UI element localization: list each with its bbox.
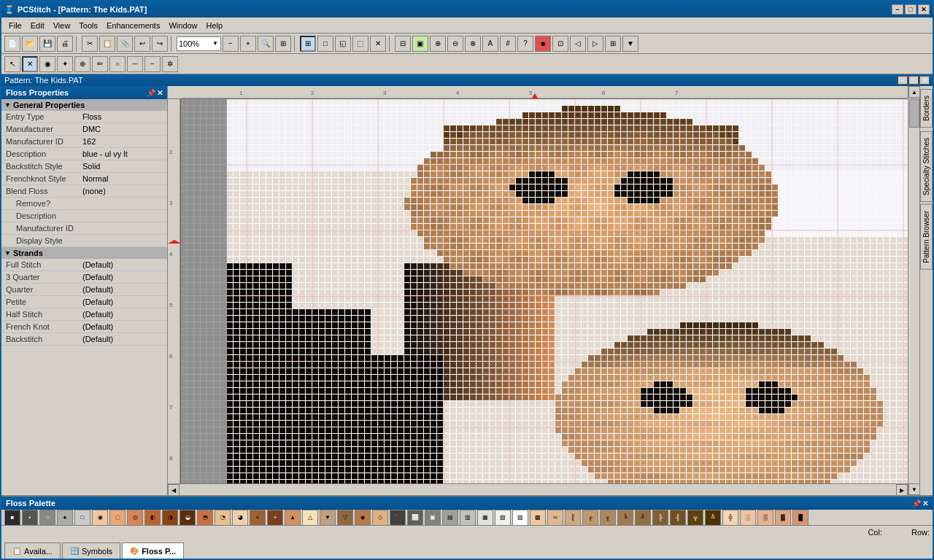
extra1[interactable]: ⊞ xyxy=(605,36,621,52)
palette-swatch-39[interactable]: ╦ xyxy=(687,510,703,525)
palette-swatch-5[interactable]: ◉ xyxy=(92,510,108,525)
maximize-button[interactable]: □ xyxy=(905,4,916,15)
palette-swatch-40[interactable]: ╩ xyxy=(705,510,721,525)
scroll-left-button[interactable]: ◀ xyxy=(168,484,180,495)
palette-swatch-14[interactable]: × xyxy=(250,510,266,525)
palette-swatch-36[interactable]: ╝ xyxy=(635,510,651,525)
palette-swatch-21[interactable]: ◇ xyxy=(372,510,388,525)
palette-swatch-34[interactable]: ╗ xyxy=(600,510,616,525)
menu-tools[interactable]: Tools xyxy=(74,20,102,31)
zoom-select-button[interactable]: 🔍 xyxy=(258,36,274,52)
floss-btn2[interactable]: ■ xyxy=(535,36,551,52)
palette-swatch-25[interactable]: ▤ xyxy=(442,510,458,525)
select-tool[interactable]: ↖ xyxy=(4,56,20,72)
palette-swatch-15[interactable]: + xyxy=(267,510,283,525)
tab-available[interactable]: 📋 Availa... xyxy=(4,542,61,559)
paste-button[interactable]: 📎 xyxy=(117,36,133,52)
palette-swatch-45[interactable]: █ xyxy=(792,510,808,525)
scroll-v-track[interactable] xyxy=(908,98,919,483)
view2-button[interactable]: ◱ xyxy=(335,36,351,52)
info-button[interactable]: ? xyxy=(517,36,533,52)
palette-swatch-18[interactable]: ▼ xyxy=(320,510,336,525)
general-properties-section[interactable]: ▼ General Properties xyxy=(1,99,167,111)
pencil-tool[interactable]: ✏ xyxy=(92,56,108,72)
close-button[interactable]: ✕ xyxy=(918,4,930,15)
view4-button[interactable]: ✕ xyxy=(370,36,386,52)
select2-tool[interactable]: ✕ xyxy=(22,56,38,72)
palette-swatch-28[interactable]: ▧ xyxy=(495,510,511,525)
inner-close[interactable]: ✕ xyxy=(919,76,930,85)
palette-swatch-23[interactable]: ⬜ xyxy=(407,510,423,525)
scroll-h-track[interactable] xyxy=(180,484,896,495)
export-button[interactable]: ⊖ xyxy=(447,36,463,52)
move-tool[interactable]: ⊕ xyxy=(74,56,90,72)
palette-swatch-1[interactable]: ▪ xyxy=(22,510,38,525)
palette-swatch-38[interactable]: ╣ xyxy=(670,510,686,525)
magic-tool[interactable]: ✦ xyxy=(57,56,73,72)
save-button[interactable]: 💾 xyxy=(39,36,55,52)
palette-swatch-27[interactable]: ▦ xyxy=(477,510,493,525)
redo-button[interactable]: ↪ xyxy=(152,36,168,52)
palette-swatch-29[interactable]: ▨ xyxy=(512,510,528,525)
open-button[interactable]: 📂 xyxy=(22,36,38,52)
palette-swatch-7[interactable]: ◎ xyxy=(127,510,143,525)
palette-swatch-26[interactable]: ▥ xyxy=(460,510,476,525)
minimize-button[interactable]: − xyxy=(892,4,903,15)
palette-swatch-20[interactable]: ◆ xyxy=(355,510,371,525)
zoom-input[interactable]: 100% xyxy=(179,39,212,48)
inner-maximize[interactable]: □ xyxy=(908,76,919,85)
circle-tool[interactable]: ○ xyxy=(109,56,126,72)
zoom-fit-button[interactable]: ⊞ xyxy=(275,36,291,52)
palette-pin-icon[interactable]: 📌 xyxy=(912,499,921,508)
stitch-button[interactable]: A xyxy=(482,36,498,52)
tab-symbols[interactable]: 🔣 Symbols xyxy=(62,542,120,559)
palette-swatch-6[interactable]: ◌ xyxy=(109,510,126,525)
palette-swatch-44[interactable]: ▓ xyxy=(775,510,791,525)
grid-button[interactable]: ⊞ xyxy=(300,36,316,52)
palette-swatch-42[interactable]: ░ xyxy=(740,510,756,525)
inner-minimize[interactable]: − xyxy=(898,76,908,85)
line-tool[interactable]: ─ xyxy=(127,56,143,72)
palette-swatch-24[interactable]: ▣ xyxy=(425,510,441,525)
cut-button[interactable]: ✂ xyxy=(82,36,98,52)
palette-swatch-4[interactable]: □ xyxy=(74,510,90,525)
palette-swatch-13[interactable]: ◕ xyxy=(232,510,248,525)
strands-section[interactable]: ▼ Strands xyxy=(1,247,167,259)
palette-swatch-30[interactable]: ▩ xyxy=(530,510,546,525)
specialty-stitches-tab[interactable]: Specialty Stitches xyxy=(920,131,933,202)
palette-close-icon[interactable]: ✕ xyxy=(922,499,928,508)
palette2-button[interactable]: ⊡ xyxy=(552,36,568,52)
palette-swatch-12[interactable]: ◔ xyxy=(215,510,231,525)
panel-close-icon[interactable]: ✕ xyxy=(157,89,163,97)
menu-enhancements[interactable]: Enhancements xyxy=(102,20,164,31)
zoom-down-icon[interactable]: ▼ xyxy=(212,40,219,47)
palette-swatch-33[interactable]: ╔ xyxy=(582,510,598,525)
palette-swatch-17[interactable]: △ xyxy=(302,510,318,525)
star-tool[interactable]: ✲ xyxy=(162,56,178,72)
view3-button[interactable]: ⬚ xyxy=(352,36,368,52)
zoom-in-button[interactable]: + xyxy=(240,36,256,52)
palette-swatch-37[interactable]: ╠ xyxy=(652,510,668,525)
menu-window[interactable]: Window xyxy=(164,20,201,31)
palette-swatch-8[interactable]: ◐ xyxy=(144,510,161,525)
import-button[interactable]: ⊕ xyxy=(430,36,446,52)
menu-help[interactable]: Help xyxy=(202,20,228,31)
palette-swatch-11[interactable]: ◓ xyxy=(197,510,213,525)
new-button[interactable]: 📄 xyxy=(4,36,20,52)
palette-swatch-2[interactable]: ○ xyxy=(39,510,55,525)
menu-edit[interactable]: Edit xyxy=(26,20,49,31)
color-button[interactable]: ▣ xyxy=(412,36,428,52)
palette-button[interactable]: ⊗ xyxy=(465,36,481,52)
palette-swatch-22[interactable]: ⬛ xyxy=(390,510,406,525)
menu-view[interactable]: View xyxy=(49,20,75,31)
palette-swatch-19[interactable]: ▽ xyxy=(337,510,353,525)
extra2[interactable]: ▼ xyxy=(622,36,638,52)
minus-tool[interactable]: − xyxy=(144,56,161,72)
palette-swatch-10[interactable]: ◒ xyxy=(180,510,196,525)
palette-swatch-35[interactable]: ╚ xyxy=(617,510,633,525)
tab-floss-palette[interactable]: 🎨 Floss P... xyxy=(122,542,184,559)
palette-swatch-3[interactable]: ● xyxy=(57,510,73,525)
palette-swatch-16[interactable]: ▲ xyxy=(285,510,301,525)
borders-tab[interactable]: Borders xyxy=(920,89,933,128)
stitch-canvas[interactable] xyxy=(181,99,908,483)
